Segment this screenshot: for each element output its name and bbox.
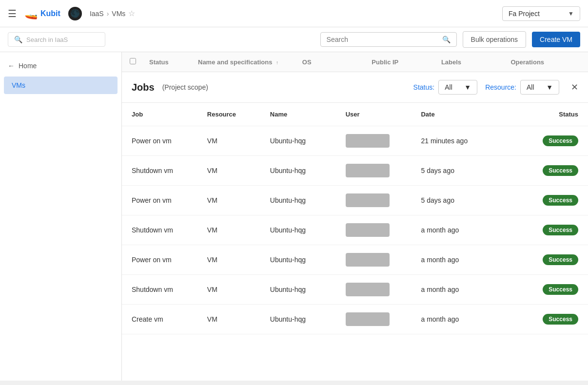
status-cell: Success xyxy=(515,135,578,146)
col-resource: Resource xyxy=(207,111,270,118)
sidebar-back-home[interactable]: ← Home xyxy=(0,56,121,76)
logo-text: Kubit xyxy=(40,9,60,18)
jobs-panel: Jobs (Project scope) Status: All ▼ Resou… xyxy=(122,72,588,381)
date-cell: 5 days ago xyxy=(421,167,515,174)
search-icon: 🔍 xyxy=(14,36,22,43)
user-avatar-placeholder xyxy=(346,283,390,296)
status-badge: Success xyxy=(543,135,578,146)
user-avatar-placeholder xyxy=(346,312,390,326)
col-job: Job xyxy=(132,111,207,118)
status-chevron-icon: ▼ xyxy=(464,83,471,91)
favorite-icon[interactable]: ☆ xyxy=(128,9,135,18)
job-cell: Power on vm xyxy=(132,256,207,264)
status-filter-value: All xyxy=(445,83,452,91)
top-nav: ☰ 🚤 Kubit 🌑 IaaS › VMs ☆ Fa Project ▼ xyxy=(0,0,588,27)
breadcrumb-separator: › xyxy=(107,10,109,18)
user-cell xyxy=(346,253,421,267)
user-avatar-placeholder xyxy=(346,223,390,237)
table-row: Shutdown vm VM Ubuntu-hqg a month ago Su… xyxy=(122,215,588,245)
jobs-header: Jobs (Project scope) Status: All ▼ Resou… xyxy=(122,72,588,103)
date-cell: a month ago xyxy=(421,256,515,264)
status-filter-group: Status: All ▼ xyxy=(413,80,478,95)
back-home-label: Home xyxy=(19,62,37,70)
resource-cell: VM xyxy=(207,256,270,264)
search-bar[interactable]: 🔍 xyxy=(320,32,457,47)
avatar: 🌑 xyxy=(68,7,82,20)
status-badge: Success xyxy=(543,314,578,325)
status-cell: Success xyxy=(515,225,578,235)
jobs-col-headers: Job Resource Name User Date Status xyxy=(122,103,588,126)
create-vm-button[interactable]: Create VM xyxy=(532,32,580,47)
col-date: Date xyxy=(421,111,515,118)
resource-filter-select[interactable]: All ▼ xyxy=(520,80,559,95)
logo: 🚤 Kubit xyxy=(24,7,60,20)
user-avatar-placeholder xyxy=(346,164,390,177)
second-bar: 🔍 Search in IaaS 🔍 Bulk operations Creat… xyxy=(0,27,588,52)
job-cell: Shutdown vm xyxy=(132,167,207,174)
search-input[interactable] xyxy=(327,36,438,43)
status-cell: Success xyxy=(515,284,578,295)
table-row: Power on vm VM Ubuntu-hqg a month ago Su… xyxy=(122,245,588,275)
user-cell xyxy=(346,134,421,148)
table-row: Shutdown vm VM Ubuntu-hqg 5 days ago Suc… xyxy=(122,156,588,186)
breadcrumb-section[interactable]: IaaS xyxy=(90,10,104,18)
resource-filter-group: Resource: All ▼ xyxy=(485,80,559,95)
user-avatar-placeholder xyxy=(346,134,390,148)
user-avatar-placeholder xyxy=(346,193,390,207)
resource-cell: VM xyxy=(207,196,270,204)
col-user: User xyxy=(346,111,421,118)
date-cell: 21 minutes ago xyxy=(421,137,515,145)
select-all-checkbox[interactable] xyxy=(130,58,149,66)
sidebar-item-label: VMs xyxy=(12,81,25,89)
name-cell: Ubuntu-hqg xyxy=(270,256,346,264)
date-cell: a month ago xyxy=(421,286,515,293)
jobs-title: Jobs xyxy=(132,82,155,93)
job-cell: Power on vm xyxy=(132,196,207,204)
breadcrumb-page[interactable]: VMs xyxy=(112,10,125,18)
status-filter-label: Status: xyxy=(413,83,435,91)
hamburger-icon[interactable]: ☰ xyxy=(8,8,17,19)
jobs-filters: Status: All ▼ Resource: All ▼ ✕ xyxy=(413,80,578,95)
status-cell: Success xyxy=(515,254,578,265)
col-header-status: Status xyxy=(149,58,198,66)
name-cell: Ubuntu-hqg xyxy=(270,226,346,234)
name-cell: Ubuntu-hqg xyxy=(270,167,346,174)
job-cell: Create vm xyxy=(132,315,207,323)
status-badge: Success xyxy=(543,225,578,235)
job-cell: Shutdown vm xyxy=(132,286,207,293)
project-selector[interactable]: Fa Project ▼ xyxy=(502,6,580,21)
resource-cell: VM xyxy=(207,315,270,323)
chevron-down-icon: ▼ xyxy=(568,10,574,17)
resource-chevron-icon: ▼ xyxy=(546,83,553,91)
user-cell xyxy=(346,164,421,177)
user-avatar-placeholder xyxy=(346,253,390,267)
col-header-ip: Public IP xyxy=(372,58,441,66)
sidebar-item-vms[interactable]: VMs xyxy=(4,77,118,94)
name-cell: Ubuntu-hqg xyxy=(270,137,346,145)
col-header-os: OS xyxy=(302,58,372,66)
back-arrow-icon: ← xyxy=(8,62,15,70)
status-badge: Success xyxy=(543,165,578,176)
sort-icon: ↑ xyxy=(276,60,278,65)
table-row: Power on vm VM Ubuntu-hqg 5 days ago Suc… xyxy=(122,186,588,215)
bulk-operations-button[interactable]: Bulk operations xyxy=(463,31,527,48)
close-jobs-button[interactable]: ✕ xyxy=(571,82,578,93)
col-status: Status xyxy=(515,111,578,118)
resource-filter-value: All xyxy=(527,83,534,91)
resource-cell: VM xyxy=(207,226,270,234)
date-cell: 5 days ago xyxy=(421,196,515,204)
jobs-rows-container: Power on vm VM Ubuntu-hqg 21 minutes ago… xyxy=(122,126,588,334)
table-row: Create vm VM Ubuntu-hqg a month ago Succ… xyxy=(122,305,588,334)
user-cell xyxy=(346,283,421,296)
project-name: Fa Project xyxy=(509,10,540,18)
status-filter-select[interactable]: All ▼ xyxy=(438,80,477,95)
job-cell: Power on vm xyxy=(132,137,207,145)
resource-filter-label: Resource: xyxy=(485,83,516,91)
content-area: ← Home VMs Status Name and specification… xyxy=(0,52,588,381)
status-cell: Success xyxy=(515,314,578,325)
date-cell: a month ago xyxy=(421,315,515,323)
col-header-operations: Operations xyxy=(510,58,580,66)
search-iaas-container[interactable]: 🔍 Search in IaaS xyxy=(8,32,105,47)
col-header-name: Name and specifications ↑ xyxy=(198,58,302,66)
resource-cell: VM xyxy=(207,286,270,293)
